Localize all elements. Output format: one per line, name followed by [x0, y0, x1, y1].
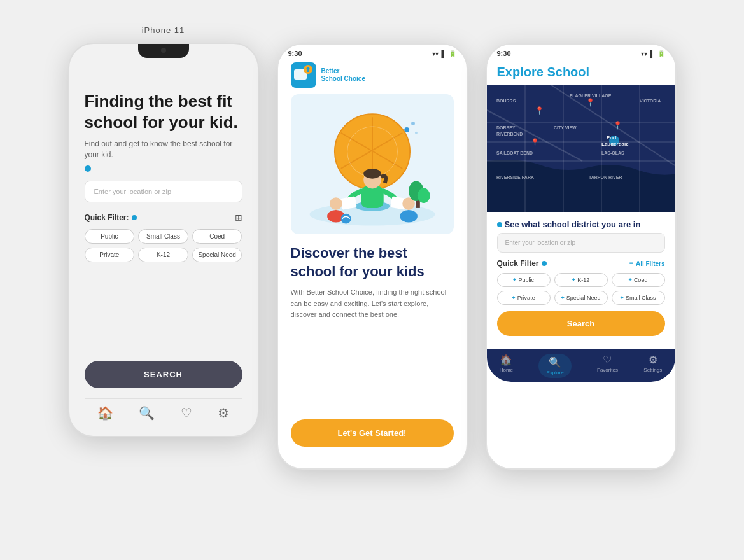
phone3-time: 9:30 [497, 50, 511, 57]
p3-chip-private[interactable]: + Private [497, 291, 551, 305]
phone1-content: Finding the best fit school for your kid… [69, 44, 258, 436]
p3-filter-dot [542, 261, 547, 266]
p3-settings-label: Settings [643, 367, 662, 373]
svg-text:BOURRS: BOURRS [496, 99, 516, 103]
p3-explore-label: Explore [546, 370, 563, 375]
svg-text:RIVERBEND: RIVERBEND [496, 132, 523, 136]
phone2-description: With Better School Choice, finding the r… [291, 287, 454, 321]
phone2: 9:30 ▾▾ ▌ 🔋 Bett [277, 43, 468, 470]
p3-section-dot [497, 222, 502, 227]
logo-text: Better School Choice [321, 67, 365, 83]
phone1-accent-dot [85, 165, 91, 172]
p3-explore-icon: 🔍 [549, 356, 561, 368]
svg-text:TARPON RIVER: TARPON RIVER [589, 175, 622, 179]
phone3-filter-label: Quick Filter [497, 259, 547, 268]
phone3-location-input[interactable]: Enter your location or zip [497, 233, 665, 253]
svg-text:CITY VIEW: CITY VIEW [554, 125, 577, 130]
phone1-wrapper: iPhone 11 Finding the best fit school fo… [68, 25, 259, 437]
svg-text:📍: 📍 [535, 106, 544, 115]
filter-lines-icon: ≡ [629, 260, 633, 267]
phone3-title: Explore School [487, 60, 675, 85]
phone1-bottom-nav: 🏠 🔍 ♡ ⚙ [85, 398, 242, 423]
svg-text:📍: 📍 [613, 120, 622, 130]
svg-point-20 [411, 122, 415, 125]
phone2-discover-heading: Discover the best school for your kids [291, 244, 454, 281]
chip-coed[interactable]: Coed [192, 229, 242, 244]
svg-text:FLAGLER VILLAGE: FLAGLER VILLAGE [570, 94, 612, 98]
nav-home-icon[interactable]: 🏠 [97, 405, 113, 421]
nav-settings-icon[interactable]: ⚙ [218, 405, 229, 421]
svg-point-19 [404, 127, 409, 132]
all-filters-button[interactable]: ≡ All Filters [629, 260, 664, 267]
p3-signal-icon: ▌ [650, 50, 654, 57]
phone1-label: iPhone 11 [142, 25, 185, 35]
p3-chip-k12[interactable]: + K-12 [554, 273, 608, 287]
nav-favorites-icon[interactable]: ♡ [181, 405, 192, 421]
p3-chip-special-need[interactable]: + Special Need [554, 291, 608, 305]
phone2-illustration [291, 94, 454, 234]
phone1: Finding the best fit school for your kid… [68, 43, 259, 437]
svg-point-18 [400, 210, 418, 223]
chip-k12[interactable]: K-12 [138, 248, 188, 262]
p3-favorites-label: Favorites [597, 367, 618, 373]
p3-chip-small-class[interactable]: + Small Class [612, 291, 665, 305]
phone1-filter-row: Quick Filter: ⊞ [85, 213, 242, 223]
phone1-heading: Finding the best fit school for your kid… [85, 91, 242, 132]
phone2-status-bar: 9:30 ▾▾ ▌ 🔋 [278, 45, 467, 60]
svg-text:Lauderdale: Lauderdale [601, 141, 629, 147]
chip-special-need[interactable]: Special Need [192, 248, 242, 262]
svg-text:LAS-OLAS: LAS-OLAS [601, 151, 624, 155]
chip-private[interactable]: Private [85, 248, 135, 262]
p3-home-icon: 🏠 [500, 354, 512, 366]
p3-chip-public[interactable]: + Public [497, 273, 551, 287]
p3-nav-favorites[interactable]: ♡ Favorites [597, 354, 618, 378]
svg-point-12 [363, 169, 381, 179]
phone1-search-button[interactable]: SEARCH [85, 361, 242, 388]
phone1-subheading: Find out and get to know the best school… [85, 139, 242, 160]
p3-nav-settings[interactable]: ⚙ Settings [643, 354, 662, 378]
phone3-body: See what school district you are in Ente… [487, 212, 675, 349]
phone2-logo: Better School Choice [291, 62, 454, 88]
phone2-status-icons: ▾▾ ▌ 🔋 [432, 50, 456, 57]
p3-home-label: Home [500, 367, 513, 373]
phone3-filter-row: Quick Filter ≡ All Filters [497, 259, 665, 268]
phone3-wrapper: 9:30 ▾▾ ▌ 🔋 Explore School [486, 25, 677, 470]
phone3-status-bar: 9:30 ▾▾ ▌ 🔋 [487, 45, 675, 60]
svg-text:RIVERSIDE PARK: RIVERSIDE PARK [496, 175, 534, 179]
phone1-filter-label: Quick Filter: [85, 213, 137, 222]
svg-rect-10 [361, 186, 383, 207]
signal-icon: ▌ [441, 50, 446, 57]
phone1-location-input[interactable]: Enter your location or zip [85, 181, 242, 202]
logo-icon [291, 62, 316, 88]
chip-small-class[interactable]: Small Class [138, 229, 188, 244]
svg-text:VICTORIA: VICTORIA [640, 99, 661, 103]
p3-nav-explore[interactable]: 🔍 Explore [538, 354, 571, 378]
phone2-cta-button[interactable]: Let's Get Started! [291, 419, 454, 447]
phone3-section-label: See what school district you are in [497, 220, 665, 229]
svg-point-15 [330, 197, 342, 210]
phone3-bottom-nav: 🏠 Home 🔍 Explore ♡ Favorites ⚙ Settings [487, 349, 675, 382]
p3-wifi-icon: ▾▾ [641, 50, 647, 57]
chip-public[interactable]: Public [85, 229, 135, 244]
phone3-search-button[interactable]: Search [497, 311, 665, 336]
nav-search-icon[interactable]: 🔍 [139, 405, 155, 421]
phone2-content: Better School Choice [278, 60, 467, 459]
svg-text:SAILBOAT BEND: SAILBOAT BEND [496, 151, 533, 155]
phone2-time: 9:30 [288, 50, 302, 57]
phone1-filter-dot [132, 215, 137, 220]
p3-chip-coed[interactable]: + Coed [612, 273, 665, 287]
filter-icon[interactable]: ⊞ [235, 213, 242, 223]
phone3-chip-grid: + Public + K-12 + Coed + Private + Speci… [497, 273, 665, 305]
svg-text:DORSEY: DORSEY [496, 125, 516, 130]
p3-settings-icon: ⚙ [649, 354, 657, 366]
p3-nav-home[interactable]: 🏠 Home [500, 354, 513, 378]
battery-icon: 🔋 [449, 50, 456, 57]
svg-text:📍: 📍 [530, 137, 540, 147]
wifi-icon: ▾▾ [432, 50, 439, 57]
camera [161, 48, 166, 53]
phone3-map: BOURRS FLAGLER VILLAGE VICTORIA DORSEY R… [487, 85, 675, 212]
svg-text:📍: 📍 [586, 97, 595, 107]
svg-text:Fort: Fort [607, 135, 617, 141]
p3-favorites-icon: ♡ [603, 354, 612, 366]
phone3: 9:30 ▾▾ ▌ 🔋 Explore School [486, 43, 677, 470]
